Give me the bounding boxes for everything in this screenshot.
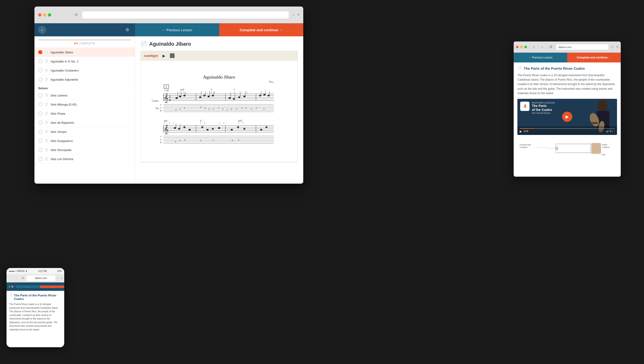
sidebar-item-aguinaldo-g[interactable]: 📄 Aguinaldo in G No. 2 — [34, 57, 135, 66]
desktop-toolbar-nav: ← Previous Lesson Complete and continue … — [514, 53, 621, 62]
noteflight-stop-button[interactable] — [170, 53, 174, 58]
sidebar-item-aguinaldo-costanero[interactable]: 📄 Aguinaldo Costanero — [34, 66, 135, 75]
svg-text:T: T — [160, 104, 162, 106]
svg-text:0: 0 — [222, 108, 224, 110]
desktop-menu-icon[interactable]: ≡ — [616, 45, 618, 49]
mobile-bookmark-icon[interactable]: ☆ — [57, 277, 59, 280]
mobile-settings-icon[interactable]: ⚙ — [11, 285, 14, 288]
svg-rect-145 — [556, 144, 593, 153]
svg-text:2: 2 — [200, 139, 201, 142]
doc-icon: 📄 — [45, 69, 48, 72]
svg-point-114 — [206, 129, 208, 130]
desktop-forward-button[interactable]: › — [539, 44, 546, 50]
desktop-bookmark-icon[interactable]: ☆ — [611, 45, 614, 49]
sidebar-item-seis-joropo[interactable]: 📄 Seis Joropo — [34, 127, 135, 136]
sidebar-item-seis-guaguanco[interactable]: 📄 Seis Guaguanco — [34, 136, 135, 145]
svg-text:3: 3 — [184, 92, 184, 94]
instrument-svg: Tuning Keys Clavijero Head Cabeza Nut — [518, 140, 617, 158]
close-button[interactable] — [38, 13, 42, 17]
sidebar-item-seis-pirata[interactable]: 📄 Seis Pirata — [34, 109, 135, 118]
svg-text:A: A — [166, 85, 167, 88]
desktop-minimize-button[interactable] — [520, 46, 523, 48]
video-content: ▶ 0:58 🔊 ⚙ ⛶ — [518, 126, 617, 135]
svg-text:7: 7 — [203, 119, 204, 121]
sidebar-item-aguinaldo-adjunteno[interactable]: 📄 Aguinaldo Adjunteño — [34, 75, 135, 84]
sidebar-item-aguinaldo-jibaro[interactable]: 📄 Aguinaldo Jíbaro — [34, 48, 135, 57]
svg-point-116 — [218, 127, 220, 129]
video-controls-row: ▶ 0:58 🔊 ⚙ ⛶ — [520, 130, 615, 133]
video-play-small-button[interactable]: ▶ — [520, 130, 522, 133]
noteflight-play-button[interactable]: ▶ — [161, 53, 167, 59]
desktop-prev-lesson-button[interactable]: ← Previous Lesson — [514, 53, 567, 62]
svg-text:3: 3 — [242, 122, 244, 124]
svg-text:0: 0 — [175, 109, 176, 111]
item-label: Seis Guaguanco — [50, 139, 73, 143]
mobile-carrier: ●●●●○ VIRGIN ▼ — [9, 270, 28, 272]
forward-nav-button[interactable]: › — [64, 12, 71, 18]
video-play-button[interactable]: ▶ — [562, 112, 572, 122]
sidebar-item-seis-sincopado[interactable]: 📄 Seis Sincopado — [34, 145, 135, 154]
svg-text:1: 1 — [219, 122, 220, 124]
desktop-close-button[interactable] — [516, 46, 518, 48]
svg-point-113 — [201, 126, 204, 128]
sidebar-item-seis-milonga[interactable]: 📄 Seis Milonga (0:45) — [34, 100, 135, 109]
sidebar-item-seis-bayamon[interactable]: 📄 Seis de Bayamón — [34, 118, 135, 127]
mobile-prev-button[interactable]: ← — [16, 285, 40, 288]
desktop-address-bar[interactable]: 4jibaro.com — [556, 44, 609, 50]
svg-text:Head: Head — [602, 143, 607, 146]
svg-text:0: 0 — [232, 139, 233, 142]
noteflight-embed: noteflight ▶ Aguinaldo Jibaro Tra... A — [140, 51, 298, 163]
sidebar-item-seis-con-decima[interactable]: 📄 Seis con Décima — [34, 154, 135, 163]
prev-lesson-button[interactable]: ← Previous Lesson — [135, 23, 219, 36]
mobile-status-bar: ●●●●○ VIRGIN ▼ 4:21 PM 22% — [6, 268, 64, 274]
svg-point-107 — [174, 127, 176, 129]
svg-text:1: 1 — [164, 122, 165, 124]
svg-point-121 — [265, 126, 268, 128]
svg-text:2: 2 — [263, 108, 264, 110]
mobile-menu-icon[interactable]: ≡ — [61, 277, 62, 280]
back-button[interactable]: ‹ — [38, 26, 46, 34]
maximize-button[interactable] — [48, 13, 51, 17]
menu-icon[interactable]: ≡ — [298, 13, 300, 17]
svg-text:3: 3 — [175, 140, 176, 143]
svg-text:4: 4 — [204, 107, 206, 109]
desktop-browser-nav: ‹ › ↺ — [531, 44, 554, 50]
svg-text:1: 1 — [200, 122, 201, 124]
video-progress-bar — [520, 128, 615, 129]
minimize-button[interactable] — [43, 13, 46, 17]
mobile-forward-button[interactable]: › — [14, 276, 19, 281]
doc-icon: 📄 — [45, 112, 48, 115]
svg-point-45 — [238, 96, 240, 98]
traffic-lights — [38, 13, 51, 17]
svg-text:0: 0 — [246, 107, 247, 109]
mobile-complete-button[interactable]: → — [40, 285, 64, 288]
svg-text:3: 3 — [224, 122, 224, 124]
desktop-back-button[interactable]: ‹ — [531, 44, 537, 50]
svg-point-117 — [231, 129, 233, 130]
back-nav-button[interactable]: ‹ — [56, 12, 62, 18]
sidebar-item-seis-llanera[interactable]: 📄 Seis Llanera — [34, 91, 135, 100]
sheet-music-svg: Aguinaldo Jibaro Tra... A ♩=90 Am 3 G C — [146, 65, 293, 158]
settings-button[interactable]: ⚙ — [123, 26, 131, 34]
mobile-address-bar[interactable]: 4jibaro.com — [26, 275, 56, 281]
complete-continue-button[interactable]: Complete and continue → — [219, 23, 304, 36]
reload-button[interactable]: ↺ — [72, 12, 79, 18]
svg-text:3: 3 — [241, 119, 242, 121]
address-bar[interactable] — [82, 11, 289, 19]
item-label: Seis Sincopado — [50, 148, 72, 152]
browser-nav: ‹ › ↺ — [56, 12, 79, 18]
desktop-complete-button[interactable]: Complete and continue → — [567, 53, 621, 62]
desktop-reload-button[interactable]: ↺ — [548, 44, 554, 50]
svg-point-36 — [208, 96, 210, 97]
svg-text:1: 1 — [213, 139, 214, 141]
mobile-back-button[interactable]: ‹ — [8, 276, 13, 281]
mobile-list-icon[interactable]: ≡ — [8, 285, 10, 288]
desktop-maximize-button[interactable] — [524, 46, 527, 48]
bookmark-icon[interactable]: ☆ — [292, 13, 295, 17]
progress-pct: 0% — [74, 42, 78, 45]
svg-text:𝄞: 𝄞 — [164, 124, 168, 135]
mobile-reload-button[interactable]: ↺ — [20, 276, 25, 281]
svg-point-50 — [259, 95, 261, 96]
svg-point-38 — [212, 95, 214, 96]
item-label: Seis con Décima — [50, 157, 73, 161]
